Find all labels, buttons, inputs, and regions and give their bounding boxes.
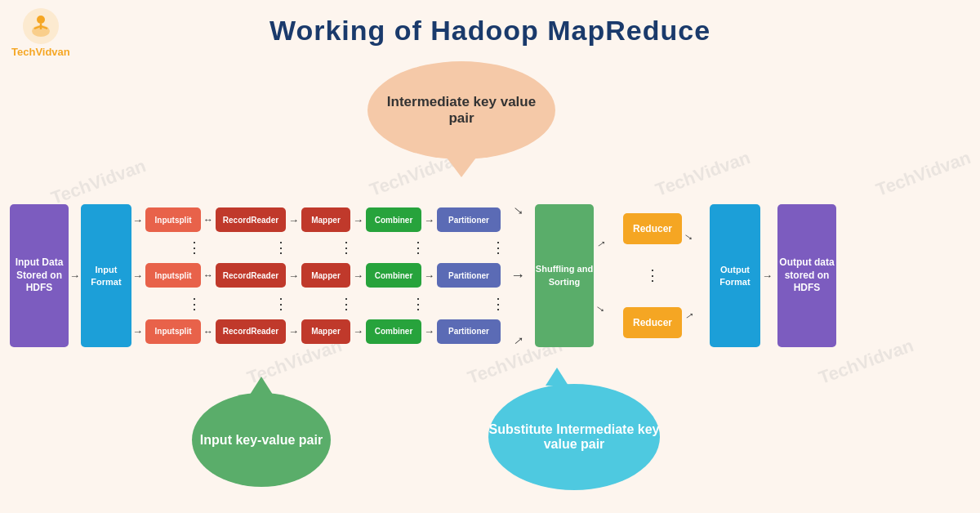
bubble-substitute: Substitute Intermediate key value pair xyxy=(488,384,660,490)
reducer-dots: ⋮ xyxy=(623,266,682,284)
arrow-output: → xyxy=(762,270,773,282)
watermark-4: TechVidvan xyxy=(873,147,973,201)
dots-row-1: ⋮ ⋮ ⋮ ⋮ ⋮ xyxy=(131,239,506,256)
logo-label: TechVidvan xyxy=(11,46,70,58)
box-recordreader-2: RecordReader xyxy=(216,263,286,288)
row-2: → Inputsplit ↔ RecordReader → Mapper → C… xyxy=(131,260,506,291)
box-inputsplit-2: Inputsplit xyxy=(145,263,201,288)
box-output-format: Output Format xyxy=(710,204,760,347)
diagram: Input Data Stored on HDFS → Input Format… xyxy=(10,196,836,355)
watermark-3: TechVidvan xyxy=(653,147,753,201)
box-output-hdfs: Output data stored on HDFS xyxy=(777,204,836,347)
arrows-shuffle-reducer: → → xyxy=(594,204,618,347)
arrows-reducer-output: → → xyxy=(682,204,706,347)
box-recordreader-1: RecordReader xyxy=(216,207,286,232)
box-partitioner-2: Partitioner xyxy=(437,263,501,288)
row-1: → Inputsplit ↔ RecordReader → Mapper → C… xyxy=(131,204,506,235)
box-partitioner-3: Partitioner xyxy=(437,319,501,344)
dots-row-2: ⋮ ⋮ ⋮ ⋮ ⋮ xyxy=(131,295,506,313)
rows-section: → Inputsplit ↔ RecordReader → Mapper → C… xyxy=(131,204,506,347)
box-inputsplit-1: Inputsplit xyxy=(145,207,201,232)
box-reducer-1: Reducer xyxy=(623,213,682,244)
arrow-hdfs-format: → xyxy=(69,270,80,282)
box-combiner-2: Combiner xyxy=(366,263,421,288)
box-input-format: Input Format xyxy=(81,204,131,347)
bubble-intermediate-text: Intermediate key value pair xyxy=(384,94,539,127)
bubble-input-kv: Input key-value pair xyxy=(192,393,331,487)
bubble-substitute-text: Substitute Intermediate key value pair xyxy=(488,422,660,452)
box-reducer-2: Reducer xyxy=(623,307,682,338)
box-mapper-3: Mapper xyxy=(301,319,350,344)
box-input-hdfs: Input Data Stored on HDFS xyxy=(10,204,69,347)
bubble-input-text: Input key-value pair xyxy=(200,433,323,448)
page-title: Working of Hadoop MapReduce xyxy=(0,15,980,47)
box-shuffle: Shuffling and Sorting xyxy=(535,204,594,347)
box-mapper-2: Mapper xyxy=(301,263,350,288)
box-recordreader-3: RecordReader xyxy=(216,319,286,344)
row-3: → Inputsplit ↔ RecordReader → Mapper → C… xyxy=(131,316,506,347)
arrows-to-shuffle: → → → xyxy=(507,204,532,347)
box-inputsplit-3: Inputsplit xyxy=(145,319,201,344)
box-combiner-3: Combiner xyxy=(366,319,421,344)
box-combiner-1: Combiner xyxy=(366,207,421,232)
bubble-intermediate: Intermediate key value pair xyxy=(368,61,555,159)
box-partitioner-1: Partitioner xyxy=(437,207,501,232)
box-mapper-1: Mapper xyxy=(301,207,350,232)
reducer-column: Reducer ⋮ Reducer xyxy=(623,204,682,347)
